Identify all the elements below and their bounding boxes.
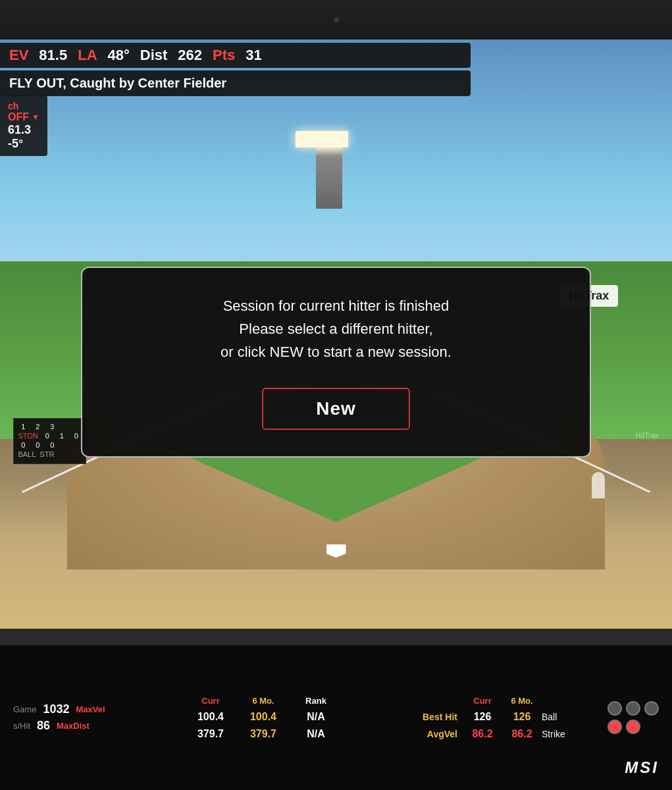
game-stat-row: Game 1032 MaxVel	[13, 702, 118, 716]
team2-s3: 0	[47, 441, 57, 449]
left-stats-panel: ch OFF ▼ 61.3 -5°	[0, 95, 47, 156]
col-6mo-header: 6 Mo.	[237, 696, 290, 706]
pitcher-figure	[592, 472, 605, 498]
besthit-curr: 126	[463, 711, 502, 723]
ball-circle-2	[626, 701, 640, 716]
avg-vel-row: AvgVel 86.2 86.2 Strike	[410, 728, 594, 740]
team1-s1: 0	[42, 432, 53, 440]
strike-circle-1	[607, 720, 622, 734]
screen-wrapper: HitTrax EV 81.5 LA 48° Dist 262 Pts 31 F…	[0, 0, 672, 790]
avgvel-curr: 86.2	[463, 728, 502, 740]
bottom-left-stats: Game 1032 MaxVel s/Hit 86 MaxDist	[13, 702, 118, 733]
dialog-overlay: Session for current hitter is finished P…	[81, 267, 592, 458]
team1-name: STON	[18, 432, 38, 440]
new-session-button[interactable]: New	[262, 388, 410, 430]
scoreboard-team1-row: STON 0 1 0	[18, 432, 81, 440]
dialog-line-3: or click NEW to start a new session.	[115, 340, 557, 363]
ball-circle-1	[607, 701, 622, 716]
row1-6mo: 100.4	[237, 711, 290, 723]
dist-value: 262	[178, 47, 202, 64]
stat-value-1: 61.3	[8, 123, 39, 137]
mode-label: ch	[8, 101, 39, 111]
stadium-lights	[296, 131, 348, 147]
avgvel-6mo: 86.2	[502, 728, 542, 740]
flyout-text: FLY OUT, Caught by Center Fielder	[0, 70, 471, 96]
top-hud: EV 81.5 LA 48° Dist 262 Pts 31 FLY OUT, …	[0, 43, 471, 96]
toggle-icon: ▼	[32, 113, 39, 122]
hittrax-watermark: HitTrax	[636, 431, 659, 439]
scoreboard-team2-row: 0 0 0	[18, 441, 81, 449]
scoreboard-header-row: 1 2 3	[18, 423, 81, 431]
toggle-label: OFF	[8, 111, 29, 123]
row1-curr: 100.4	[184, 711, 237, 723]
row2-rank: N/A	[290, 728, 342, 740]
right-header: Curr 6 Mo.	[410, 696, 594, 706]
stats-table-section: Curr 6 Mo. Rank 100.4 100.4 N/A 379.7 37…	[138, 696, 390, 740]
hit-stat-row: s/Hit 86 MaxDist	[13, 719, 118, 733]
ball-strike-row: BALL STR	[18, 450, 81, 458]
col-rank-header: Rank	[290, 696, 342, 706]
right-curr-header: Curr	[463, 696, 502, 706]
strike-label: STR	[39, 450, 54, 458]
inning-3: 3	[47, 423, 57, 431]
right-6mo-header: 6 Mo.	[502, 696, 542, 706]
dist-label: Dist	[140, 47, 168, 64]
monitor-bezel	[0, 0, 672, 40]
pts-label: Pts	[213, 47, 235, 64]
game-label: Game	[13, 704, 36, 714]
maxdist-label: MaxDist	[57, 721, 90, 731]
stadium-light-pole	[316, 143, 342, 209]
row1-rank: N/A	[290, 711, 342, 723]
stats-bar: EV 81.5 LA 48° Dist 262 Pts 31	[0, 43, 471, 68]
scoreboard: 1 2 3 STON 0 1 0 0 0 0 BALL STR	[13, 418, 86, 464]
la-label: LA	[78, 47, 97, 64]
stats-row-2: 379.7 379.7 N/A	[138, 728, 390, 740]
webcam-icon	[334, 17, 339, 22]
strike-circle-2	[626, 720, 640, 734]
avgvel-category: Strike	[542, 729, 581, 739]
msi-logo: MSI	[625, 758, 659, 777]
game-value: 1032	[43, 702, 69, 716]
row2-6mo: 379.7	[237, 728, 290, 740]
la-value: 48°	[108, 47, 130, 64]
team1-s2: 1	[57, 432, 67, 440]
dialog-line-1: Session for current hitter is finished	[115, 294, 557, 317]
bottom-stats-bar: Game 1032 MaxVel s/Hit 86 MaxDist Curr 6…	[0, 645, 672, 790]
dialog-line-2: Please select a different hitter,	[115, 317, 557, 340]
besthit-6mo: 126	[502, 711, 542, 723]
hit-label: s/Hit	[13, 721, 30, 731]
hit-value: 86	[37, 719, 50, 733]
ev-label: EV	[9, 47, 28, 64]
ball-circles-row	[607, 701, 659, 716]
ball-label: BALL	[18, 450, 36, 458]
team2-s2: 0	[32, 441, 43, 449]
dialog-message: Session for current hitter is finished P…	[115, 294, 557, 364]
avg-vel-label: AvgVel	[410, 729, 463, 739]
besthit-category: Ball	[542, 712, 581, 722]
content-area: HitTrax EV 81.5 LA 48° Dist 262 Pts 31 F…	[0, 36, 672, 790]
strike-circles-row	[607, 720, 659, 734]
col-curr-header: Curr	[184, 696, 237, 706]
inning-1: 1	[18, 423, 28, 431]
team2-s1: 0	[18, 441, 28, 449]
session-dialog: Session for current hitter is finished P…	[81, 267, 592, 458]
game-screen: HitTrax EV 81.5 LA 48° Dist 262 Pts 31 F…	[0, 36, 672, 695]
stats-header: Curr 6 Mo. Rank	[138, 696, 390, 706]
stats-row-1: 100.4 100.4 N/A	[138, 711, 390, 723]
best-hit-label: Best Hit	[410, 712, 463, 722]
best-hit-row: Best Hit 126 126 Ball	[410, 711, 594, 723]
right-stats-section: Curr 6 Mo. Best Hit 126 126 Ball AvgVel …	[410, 696, 594, 740]
pts-value: 31	[246, 47, 261, 64]
stat-value-2: -5°	[8, 137, 39, 151]
team1-s3: 0	[71, 432, 82, 440]
inning-2: 2	[32, 423, 43, 431]
ball-circle-3	[644, 701, 659, 716]
maxvel-label: MaxVel	[76, 704, 105, 714]
ball-strike-circles	[607, 701, 659, 734]
row2-curr: 379.7	[184, 728, 237, 740]
ev-value: 81.5	[39, 47, 67, 64]
